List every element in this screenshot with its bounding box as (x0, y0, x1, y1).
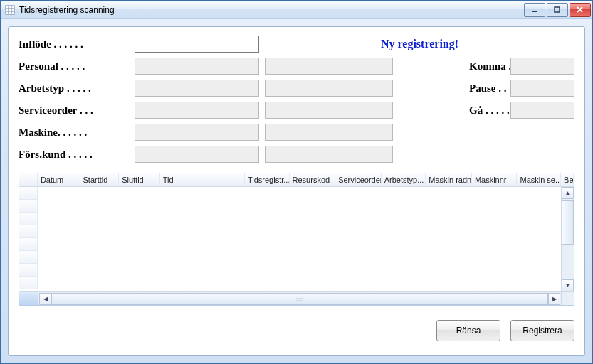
grid-column-header[interactable]: Sluttid (119, 173, 160, 186)
label-forskund: Förs.kund . . . . . (19, 149, 129, 161)
row-selector[interactable] (19, 251, 38, 264)
close-button[interactable] (570, 3, 591, 17)
scroll-left-icon[interactable]: ◀ (39, 293, 51, 305)
arbetstyp-field-2 (265, 80, 393, 97)
forskund-field-1 (135, 146, 259, 163)
label-serviceorder: Serviceorder . . . (19, 105, 129, 117)
window-title: Tidsregistrering scanning (19, 5, 115, 15)
inflode-input[interactable] (135, 36, 259, 53)
grid-body: ▲ ▼ (19, 187, 574, 291)
grid-column-header[interactable]: Be (561, 173, 574, 186)
label-personal: Personal . . . . . (19, 60, 129, 73)
grid-corner-selector[interactable] (19, 292, 38, 305)
label-pause: Pause . . . . (469, 82, 505, 95)
main-panel: Inflöde . . . . . . Ny registrering! Per… (8, 26, 585, 356)
scroll-thumb-horizontal[interactable] (51, 293, 548, 305)
ga-field (510, 102, 574, 119)
row-selector[interactable] (19, 264, 38, 277)
label-ga: Gå . . . . . . (469, 105, 505, 117)
register-button[interactable]: Registrera (510, 320, 574, 341)
row-selector[interactable] (19, 213, 38, 225)
personal-field-2 (265, 58, 393, 75)
scroll-up-icon[interactable]: ▲ (562, 187, 574, 199)
scroll-corner (561, 292, 574, 305)
minimize-button[interactable] (524, 3, 545, 17)
maskine-field-2 (265, 124, 393, 141)
status-message: Ny registrering! (265, 38, 574, 50)
vertical-scrollbar[interactable]: ▲ ▼ (561, 187, 574, 291)
label-maskine: Maskine. . . . . . (19, 127, 129, 139)
grid-column-header[interactable]: Maskin radnr (426, 173, 472, 186)
data-grid[interactable]: DatumStarttidSluttidTidTidsregistr...Res… (19, 173, 574, 306)
forskund-field-2 (265, 146, 393, 163)
komma-field (510, 58, 574, 75)
grid-column-header[interactable]: Tidsregistr... (245, 173, 290, 186)
grid-column-header[interactable]: Maskinnr (472, 173, 518, 186)
row-selectors (19, 187, 38, 291)
label-komma: Komma . . . (469, 60, 505, 73)
row-selector[interactable] (19, 238, 38, 251)
grid-column-header[interactable]: Serviceorder (335, 173, 382, 186)
app-icon (5, 5, 15, 15)
label-inflode: Inflöde . . . . . . (19, 38, 129, 50)
svg-rect-0 (6, 6, 14, 14)
grid-column-header[interactable]: Arbetstyp... (382, 173, 426, 186)
grid-column-header[interactable]: Resurskod (290, 173, 336, 186)
scroll-right-icon[interactable]: ▶ (548, 293, 560, 305)
close-icon (577, 6, 584, 14)
row-selector[interactable] (19, 277, 38, 289)
arbetstyp-field-1 (135, 80, 259, 97)
maskine-field-1 (135, 124, 259, 141)
minimize-icon (531, 6, 538, 14)
label-arbetstyp: Arbetstyp . . . . . (19, 82, 129, 95)
serviceorder-field-1 (135, 102, 259, 119)
grid-column-header[interactable]: Starttid (80, 173, 120, 186)
app-window: Tidsregistrering scanning Inflöde . . . … (0, 0, 593, 364)
row-selector[interactable] (19, 187, 38, 200)
personal-field-1 (135, 58, 259, 75)
titlebar: Tidsregistrering scanning (1, 1, 592, 19)
window-control-group (524, 3, 591, 17)
row-selector[interactable] (19, 200, 38, 213)
maximize-icon (554, 6, 561, 14)
grip-icon (296, 296, 303, 302)
grid-header-row: DatumStarttidSluttidTidTidsregistr...Res… (19, 173, 574, 187)
horizontal-scrollbar[interactable]: ◀ ▶ (38, 292, 561, 305)
hscroll-row: ◀ ▶ (19, 291, 574, 305)
client-area: Inflöde . . . . . . Ny registrering! Per… (1, 19, 592, 363)
serviceorder-field-2 (265, 102, 393, 119)
title-left: Tidsregistrering scanning (5, 5, 115, 15)
grid-column-header[interactable]: Datum (38, 173, 80, 186)
scroll-thumb-vertical[interactable] (562, 200, 574, 245)
maximize-button[interactable] (547, 3, 568, 17)
grid-column-header[interactable]: Maskin se... (517, 173, 561, 186)
grid-header-selector[interactable] (19, 173, 38, 186)
svg-rect-6 (555, 7, 560, 12)
scroll-down-icon[interactable]: ▼ (562, 279, 574, 291)
form-area: Inflöde . . . . . . Ny registrering! Per… (19, 36, 574, 163)
pause-field (510, 80, 574, 97)
clear-button[interactable]: Ränsa (436, 320, 500, 341)
grid-data-area[interactable] (38, 187, 561, 291)
grid-column-header[interactable]: Tid (160, 173, 245, 186)
row-selector[interactable] (19, 225, 38, 238)
action-buttons: Ränsa Registrera (19, 320, 574, 341)
